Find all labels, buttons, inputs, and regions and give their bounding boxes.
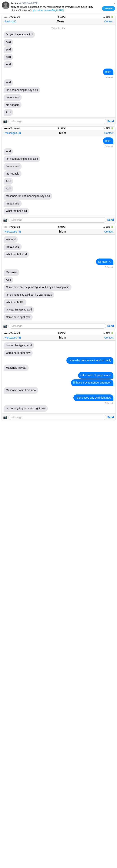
nav-title-4: Mom: [59, 336, 66, 339]
contact-button-3[interactable]: Contact: [104, 230, 113, 233]
avatar: [2, 1, 9, 9]
carrier-2: ●●●●● Verizon ⊙: [4, 127, 20, 129]
delivered-label-3: Delivered: [4, 266, 113, 268]
carrier-1: ●●●●● Verizon ⊙: [4, 16, 20, 18]
send-button-2[interactable]: Send: [108, 218, 114, 221]
nav-bar-3: ‹ Messages (9) Mom Contact: [2, 229, 115, 235]
imessage-input-4[interactable]: iMessage: [8, 414, 106, 420]
contact-button-2[interactable]: Contact: [104, 131, 113, 134]
contact-button-4[interactable]: Contact: [104, 336, 113, 339]
msg-bubble: What the hell acid: [4, 251, 29, 258]
msg-bubble: I mean acid: [4, 200, 22, 207]
msg-bubble: Makenzie I'm not meaning to say acid: [4, 193, 52, 199]
msg-bubble: No not acid: [4, 102, 22, 108]
msg-bubble-sent: mom: [103, 68, 113, 75]
msg-bubble: Acid: [4, 109, 13, 116]
iphone-screenshot-3: ●●●●● Verizon ⊙ 9:30 PM ▲ 36% 🔋 ‹ Messag…: [1, 225, 116, 330]
msg-bubble-sent: calm down I'll get you acid: [78, 372, 113, 379]
time-2: 9:19 PM: [57, 127, 66, 129]
send-button-3[interactable]: Send: [108, 324, 114, 328]
wifi-icon-4: ⊙: [18, 332, 20, 334]
time-4: 9:37 PM: [57, 332, 66, 334]
back-button-4[interactable]: ‹ Messages (5): [4, 336, 21, 339]
back-button-1[interactable]: ‹ Back (21): [4, 20, 16, 23]
iphone-screenshot-4: ●●●●● Verizon ⊙ 9:37 PM ▲ 42% 🔋 ‹ Messag…: [1, 331, 116, 421]
msg-bubble: What the hell!!!!: [4, 299, 26, 306]
user-info: kenzie @GODDAMNPAIN okay so i made a sho…: [11, 1, 100, 12]
msg-bubble-sent: mom: [103, 137, 113, 144]
nav-title-3: Mom: [59, 230, 66, 233]
handle: @GODDAMNPAIN: [19, 2, 39, 4]
messages-2: mom Delivered acid I'm not meaning to sa…: [2, 136, 115, 216]
send-button-4[interactable]: Send: [108, 416, 114, 419]
camera-icon-4[interactable]: 📷: [3, 415, 7, 419]
msg-bubble-sent: i don't have any acid right now: [73, 395, 113, 401]
nav-bar-4: ‹ Messages (5) Mom Contact: [2, 335, 115, 341]
status-bar-2: ●●●●● Verizon ⊙ 9:19 PM ▲ 27% 🔋: [2, 127, 115, 130]
location-icon-4: ▲: [103, 332, 105, 334]
msg-bubble: Makenzie I swear: [4, 365, 29, 371]
back-button-3[interactable]: ‹ Messages (9): [4, 230, 21, 233]
battery-icon-3: 🔋: [111, 226, 113, 228]
wifi-icon-2: ⊙: [18, 127, 20, 129]
follow-button[interactable]: Follow: [102, 6, 115, 11]
imessage-input-1[interactable]: iMessage: [8, 119, 106, 124]
camera-icon-2[interactable]: 📷: [3, 218, 7, 222]
msg-bubble: I'm not meaning to say acid: [4, 156, 40, 162]
options-icon[interactable]: ▾: [114, 1, 115, 5]
msg-bubble: I'm coming to your room right now: [4, 405, 48, 412]
msg-bubble: I'm not meaning to say acid: [4, 87, 40, 94]
battery-1: ▲ 20% 🔋: [103, 16, 113, 18]
msg-bubble: acid: [4, 148, 13, 155]
msg-bubble: I mean acid: [4, 244, 22, 250]
nav-bar-1: ‹ Back (21) Mom Contact: [2, 19, 115, 25]
nav-title-2: Mom: [59, 131, 66, 135]
time-1: 9:11 PM: [57, 16, 66, 18]
battery-3: ▲ 36% 🔋: [103, 226, 113, 228]
input-bar-4: 📷 iMessage Send: [2, 413, 115, 421]
send-button-1[interactable]: Send: [108, 120, 114, 123]
battery-icon-4: 🔋: [111, 332, 113, 334]
imessage-input-3[interactable]: iMessage: [8, 323, 106, 329]
wifi-icon: ⊙: [18, 16, 20, 18]
imessage-input-2[interactable]: iMessage: [8, 217, 106, 222]
msg-bubble: No not acid: [4, 170, 22, 177]
iphone-screenshot-1: ●●●●● Verizon ⊙ 9:11 PM ▲ 20% 🔋 ‹ Back (…: [1, 15, 116, 125]
msg-bubble: say acid: [4, 236, 18, 243]
msg-bubble: I mean acid: [4, 94, 22, 101]
msg-bubble: I mean acid: [4, 163, 22, 170]
contact-button-1[interactable]: Contact: [104, 20, 113, 23]
camera-icon[interactable]: 📷: [3, 119, 7, 123]
msg-bubble: acid: [4, 46, 13, 53]
wifi-icon-3: ⊙: [18, 226, 20, 228]
delivered-label-4: Delivered: [4, 402, 113, 404]
msg-bubble: Do you have any acid?: [4, 31, 35, 38]
battery-icon-2: 🔋: [111, 127, 113, 129]
msg-bubble: Come here and help me figure out why it'…: [4, 284, 72, 291]
msg-bubble-sent: lol mom ??: [96, 258, 113, 265]
msg-bubble: I swear I'm typing acid: [4, 342, 34, 349]
msg-bubble: Acid: [4, 277, 13, 283]
msg-bubble-sent: i'll have it by tomorrow afternoon: [71, 379, 113, 386]
msg-bubble: I swear I'm typing acid: [4, 306, 34, 313]
input-bar-2: 📷 iMessage Send: [2, 216, 115, 224]
msg-bubble-sent: mom why do you want acid so badly: [66, 357, 113, 364]
nav-bar-2: ‹ Messages (3) Mom Contact: [2, 130, 115, 136]
msg-bubble: Acid: [4, 178, 13, 185]
messages-1: Today 9:11 PM Do you have any acid? acid…: [2, 25, 115, 117]
svg-point-1: [4, 3, 7, 6]
msg-bubble: Makenzie: [4, 269, 19, 276]
tweet-text: okay so i made a shortcut on my moms pho…: [11, 5, 100, 12]
msg-bubble: acid: [4, 54, 13, 60]
camera-icon-3[interactable]: 📷: [3, 324, 7, 328]
carrier-4: ●●●●● Verizon ⊙: [4, 332, 20, 334]
back-button-2[interactable]: ‹ Messages (3): [4, 131, 21, 134]
tweet-link[interactable]: pic.twitter.com/ukDxgijkANQ: [33, 9, 64, 12]
delivered-label: Delivered: [4, 76, 113, 79]
iphone-screenshot-2: ●●●●● Verizon ⊙ 9:19 PM ▲ 27% 🔋 ‹ Messag…: [1, 126, 116, 224]
location-icon: ▲: [103, 16, 105, 18]
delivered-label-2: Delivered: [4, 145, 113, 148]
status-bar-4: ●●●●● Verizon ⊙ 9:37 PM ▲ 42% 🔋: [2, 331, 115, 335]
status-bar-3: ●●●●● Verizon ⊙ 9:30 PM ▲ 36% 🔋: [2, 225, 115, 229]
msg-bubble: acid: [4, 61, 13, 68]
